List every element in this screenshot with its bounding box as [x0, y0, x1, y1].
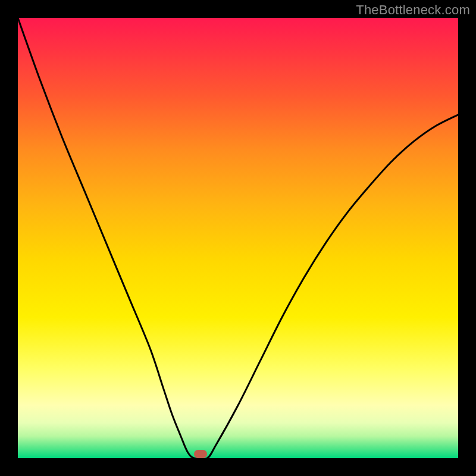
chart-frame: TheBottleneck.com — [0, 0, 476, 476]
watermark-text: TheBottleneck.com — [356, 2, 470, 18]
chart-marker — [194, 450, 207, 458]
chart-plot-area — [18, 18, 458, 458]
chart-curve-svg — [18, 18, 458, 458]
chart-curve — [18, 18, 458, 458]
